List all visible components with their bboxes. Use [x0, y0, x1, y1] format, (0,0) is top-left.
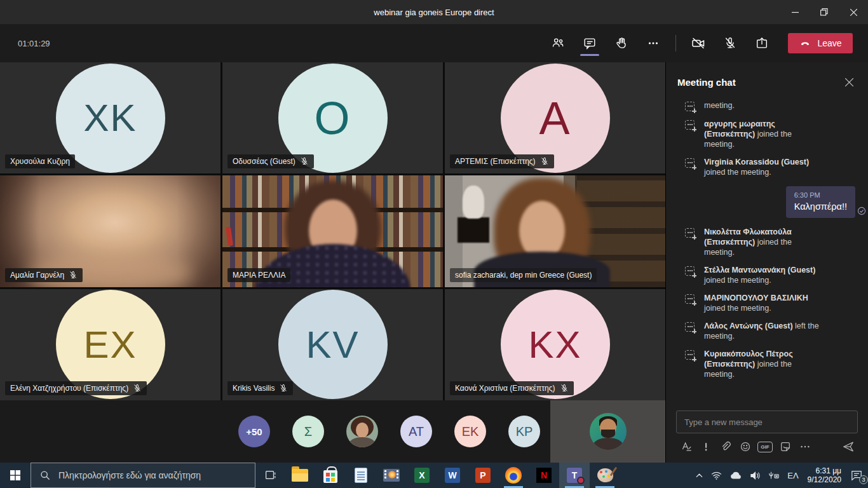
taskbar-app-notepad[interactable] [346, 463, 376, 488]
chat-event-message: Νικολέττα Φλωκατούλα (Επισκέπτης) joined… [666, 223, 868, 261]
participant-tile[interactable]: Αμαλία Γαρνέλη [0, 175, 220, 287]
chat-title: Meeting chat [677, 77, 736, 88]
search-input[interactable] [58, 470, 236, 480]
taskbar-app-store[interactable] [315, 463, 346, 488]
participant-avatar: KV [278, 290, 388, 399]
participant-name-label: Καονά Χριστίνα (Επισκέπτης) [450, 381, 574, 395]
meeting-chat-panel: Meeting chat meeting. αργυρης μωραιτης (… [665, 62, 868, 463]
emoji-button[interactable] [735, 437, 755, 456]
participant-tile[interactable]: sofia zacharaki, dep min Greece (Guest) [445, 175, 665, 287]
composer-more-icon[interactable] [795, 437, 815, 456]
mic-off-icon [723, 36, 737, 50]
participant-tile[interactable]: KX Καονά Χριστίνα (Επισκέπτης) [445, 289, 665, 400]
taskbar-app-teams[interactable]: T [559, 463, 590, 488]
start-button[interactable] [0, 463, 31, 488]
taskbar-app-paint[interactable] [590, 463, 620, 488]
format-button[interactable] [676, 437, 696, 456]
taskbar-app-powerpoint[interactable]: P [468, 463, 498, 488]
paint-icon [597, 468, 613, 482]
participant-name-label: ΜΑΡΙΑ ΡΕΛΛΙΑ [227, 268, 290, 282]
participant-mini-avatar[interactable]: Σ [292, 416, 324, 447]
mic-off-button[interactable] [718, 29, 742, 57]
overflow-avatars: +50 Σ AT EK KP [238, 416, 540, 447]
notification-count-badge: 3 [859, 475, 868, 484]
participant-tile[interactable]: ΜΑΡΙΑ ΡΕΛΛΙΑ [222, 175, 443, 287]
self-view-tile[interactable] [550, 400, 665, 463]
person-joined-icon [685, 350, 695, 360]
mic-muted-icon [133, 384, 142, 393]
action-center-button[interactable]: 3 [846, 463, 867, 488]
sticker-button[interactable] [775, 437, 795, 456]
chat-event-message: Λάλος Αντώνης (Guest) left the meeting. [666, 317, 868, 345]
chat-message-input[interactable] [676, 410, 858, 433]
leave-button[interactable]: Leave [788, 33, 853, 53]
send-button[interactable] [838, 437, 858, 456]
participants-button[interactable] [546, 29, 570, 57]
video-frame [226, 227, 233, 247]
participant-tile[interactable]: O Οδυσσέας (Guest) [222, 62, 443, 173]
teams-meeting-window: webinar gia goneis Europe direct 01:01:2… [0, 0, 868, 488]
participant-tile[interactable]: A ΑΡΤΕΜΙΣ (Επισκέπτης) [445, 62, 665, 173]
participant-name-label: ΑΡΤΕΜΙΣ (Επισκέπτης) [450, 154, 554, 168]
chat-event-message: αργυρης μωραιτης (Επισκέπτης) joined the… [666, 115, 868, 153]
hang-up-icon [799, 37, 811, 50]
gif-button[interactable]: GIF [757, 442, 773, 452]
leave-label: Leave [817, 38, 841, 48]
raise-hand-button[interactable] [609, 29, 634, 57]
person-left-icon [685, 322, 695, 332]
chat-button[interactable] [578, 29, 602, 57]
participant-tile[interactable]: XK Χρυσούλα Κυζιρη [0, 62, 220, 173]
chat-close-button[interactable] [841, 74, 857, 90]
participant-name-label: Ελένη Χατζηχρήστου (Επισκέπτης) [5, 381, 147, 395]
share-screen-button[interactable] [750, 29, 774, 57]
clock-date: 9/12/2020 [808, 475, 841, 484]
message-seen-icon [857, 207, 866, 215]
taskbar-clock[interactable]: 6:31 μμ 9/12/2020 [803, 466, 846, 484]
taskbar-search[interactable] [31, 463, 255, 488]
participant-photo-avatar[interactable] [346, 416, 378, 447]
participant-tile[interactable]: EX Ελένη Χατζηχρήστου (Επισκέπτης) [0, 289, 220, 400]
participant-tile[interactable]: KV Krikis Vasilis [222, 289, 443, 400]
attach-button[interactable] [715, 437, 735, 456]
sent-message: 6:30 PM Καλησπέρα!! [666, 181, 868, 223]
message-time: 6:30 PM [794, 191, 847, 199]
toolbar-separator [675, 35, 676, 51]
search-icon [40, 470, 50, 480]
camera-off-button[interactable] [686, 29, 710, 57]
taskbar-app-word[interactable]: W [437, 463, 468, 488]
chat-icon [583, 36, 597, 50]
participant-mini-avatar[interactable]: KP [508, 416, 540, 447]
volume-icon[interactable] [746, 463, 764, 488]
participant-mini-avatar[interactable]: EK [454, 416, 486, 447]
task-view-button[interactable] [255, 463, 285, 488]
mic-muted-icon [69, 271, 78, 280]
language-indicator[interactable]: ΕΛ [783, 463, 802, 488]
taskbar-app-excel[interactable]: X [407, 463, 437, 488]
chat-header: Meeting chat [666, 67, 868, 97]
power-plug-icon[interactable] [764, 463, 783, 488]
participant-name-label: Χρυσούλα Κυζιρη [5, 154, 75, 168]
tray-chevron-button[interactable] [691, 463, 707, 488]
participant-mini-avatar[interactable]: AT [400, 416, 432, 447]
more-participants-badge[interactable]: +50 [238, 416, 270, 447]
close-button[interactable] [839, 0, 868, 24]
composer-toolbar: GIF [676, 435, 858, 459]
restore-button[interactable] [810, 0, 839, 24]
camera-off-icon [691, 36, 706, 51]
minimize-button[interactable] [780, 0, 810, 24]
taskbar-app-movie-maker[interactable] [376, 463, 407, 488]
netflix-icon: N [536, 468, 552, 483]
person-joined-icon [685, 120, 695, 130]
onedrive-icon[interactable] [726, 463, 746, 488]
wifi-icon[interactable] [707, 463, 726, 488]
taskbar-app-netflix[interactable]: N [529, 463, 559, 488]
priority-button[interactable] [696, 437, 715, 456]
participant-name-label: sofia zacharaki, dep min Greece (Guest) [450, 268, 597, 282]
word-icon: W [445, 468, 460, 483]
video-frame [463, 186, 484, 219]
participant-name-label: Αμαλία Γαρνέλη [5, 268, 83, 282]
more-options-button[interactable] [641, 29, 665, 57]
taskbar-app-file-explorer[interactable] [285, 463, 315, 488]
self-avatar [590, 413, 627, 450]
taskbar-app-firefox[interactable] [498, 463, 529, 488]
